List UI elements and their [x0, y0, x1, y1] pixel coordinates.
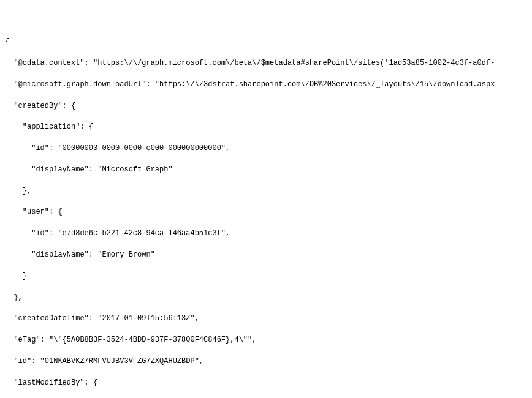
json-line: "createdBy": { [5, 101, 527, 111]
json-line: { [5, 37, 527, 47]
json-line: "eTag": "\"{5A0B8B3F-3524-4BDD-937F-3780… [5, 335, 527, 345]
json-line: "lastModifiedBy": { [5, 378, 527, 388]
json-line: "createdDateTime": "2017-01-09T15:56:13Z… [5, 314, 527, 324]
json-line: } [5, 271, 527, 282]
json-line: }, [5, 186, 527, 197]
json-line: "@odata.context": "https:\/\/graph.micro… [5, 58, 527, 69]
json-line: "id": "00000003-0000-0000-c000-000000000… [5, 143, 527, 154]
json-line: "displayName": "Microsoft Graph" [5, 165, 527, 175]
json-line: "user": { [5, 207, 527, 217]
json-line: }, [5, 293, 527, 303]
json-line: "id": "01NKABVKZ7RMFVUJBV3VFZG7ZXQAHUZBD… [5, 356, 527, 367]
json-line: "displayName": "Emory Brown" [5, 250, 527, 260]
json-line: "application": { [5, 122, 527, 132]
json-line: "id": "e7d8de6c-b221-42c8-94ca-146aa4b51… [5, 228, 527, 239]
json-line: "@microsoft.graph.downloadUrl": "https:\… [5, 80, 527, 90]
